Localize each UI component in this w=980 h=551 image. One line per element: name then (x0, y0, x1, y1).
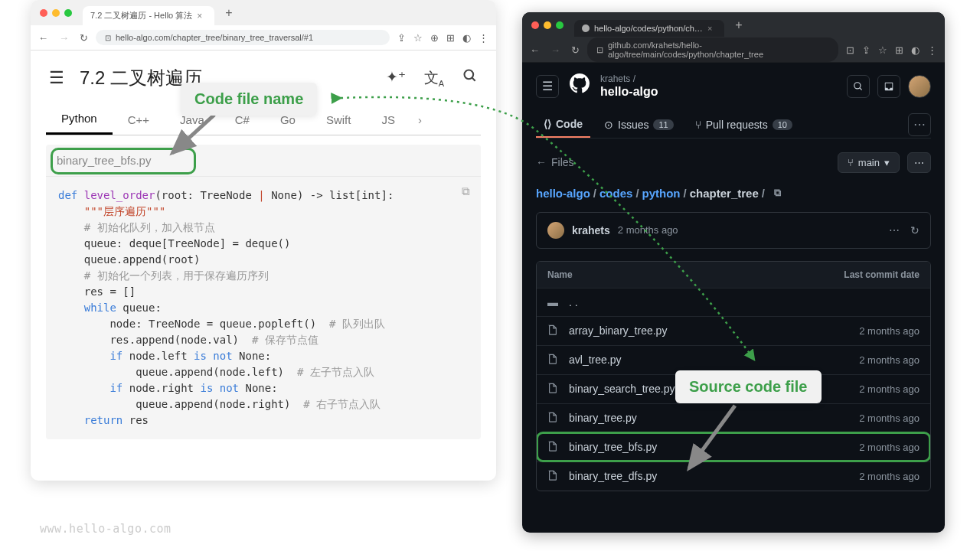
file-icon (547, 441, 560, 454)
breadcrumb-root[interactable]: hello-algo (536, 187, 590, 200)
breadcrumb-python[interactable]: python (642, 187, 681, 200)
close-tab-icon[interactable]: × (707, 24, 712, 33)
url-input[interactable]: ⊡ github.com/krahets/hello-algo/tree/mai… (587, 37, 838, 62)
url-input[interactable]: ⊡ hello-algo.com/chapter_tree/binary_tre… (96, 30, 390, 45)
history-icon[interactable]: ↻ (910, 224, 920, 236)
extensions-icon[interactable]: ⊞ (895, 44, 903, 56)
menu-icon[interactable]: ⋮ (479, 32, 488, 44)
close-tab-icon[interactable]: × (197, 11, 202, 21)
nav-issues[interactable]: ⊙Issues11 (596, 112, 681, 137)
back-icon[interactable]: ← (38, 32, 48, 44)
new-tab-icon[interactable]: + (735, 18, 742, 32)
reload-icon[interactable]: ↻ (571, 44, 580, 56)
file-name: binary_tree_bfs.py (569, 441, 859, 453)
avatar[interactable] (908, 75, 931, 98)
table-row[interactable]: array_binary_tree.py2 months ago (537, 316, 930, 345)
copy-path-icon[interactable]: ⧉ (774, 187, 781, 199)
minimize-icon[interactable] (52, 9, 60, 17)
repo-name: hello-algo (600, 84, 836, 99)
share-icon[interactable]: ⇪ (397, 32, 406, 44)
parent-dir-label: . . (569, 296, 920, 308)
traffic-lights (40, 9, 72, 17)
share-icon[interactable]: ⇪ (862, 44, 871, 56)
code-file-name: binary_tree_bfs.py (46, 145, 481, 177)
code-icon: ⟨⟩ (544, 118, 551, 130)
install-icon[interactable]: ⊕ (430, 32, 439, 44)
maximize-icon[interactable] (556, 21, 564, 29)
table-row[interactable]: binary_tree.py2 months ago (537, 403, 930, 432)
column-date: Last commit date (844, 269, 920, 280)
tab-title: hello-algo/codes/python/ch… (594, 24, 703, 33)
commit-message-icon[interactable]: ⋯ (889, 224, 900, 236)
extensions-icon[interactable]: ⊞ (446, 32, 455, 44)
title-bar: hello-algo/codes/python/ch… × + (522, 12, 945, 37)
code-panel: binary_tree_bfs.py ⧉ def level_order(roo… (46, 145, 481, 439)
repo-nav: ⟨⟩Code ⊙Issues11 ⑂Pull requests10 ⋯ (536, 112, 931, 139)
tabs-more-icon[interactable]: › (410, 106, 430, 134)
search-icon[interactable] (462, 68, 478, 88)
repo-title[interactable]: krahets / hello-algo (600, 73, 836, 99)
file-time: 2 months ago (859, 471, 920, 482)
tab-swift[interactable]: Swift (311, 106, 367, 134)
tab-python[interactable]: Python (46, 104, 113, 135)
tab-js[interactable]: JS (366, 106, 410, 134)
site-info-icon[interactable]: ⊡ (596, 45, 603, 55)
nav-more-icon[interactable]: ⋯ (908, 113, 931, 136)
table-row[interactable]: avl_tree.py2 months ago (537, 345, 930, 374)
file-time: 2 months ago (859, 383, 920, 395)
file-icon (547, 324, 560, 337)
forward-icon[interactable]: → (550, 44, 560, 56)
theme-toggle-icon[interactable]: ✦⁺ (386, 68, 406, 88)
column-name: Name (547, 269, 573, 280)
file-name: avl_tree.py (569, 354, 859, 366)
more-actions-button[interactable]: ⋯ (907, 152, 931, 173)
close-icon[interactable] (531, 21, 539, 29)
browser-tab[interactable]: 7.2 二叉树遍历 - Hello 算法 × (83, 6, 214, 25)
file-time: 2 months ago (859, 442, 920, 453)
file-icon (547, 354, 560, 367)
minimize-icon[interactable] (544, 21, 551, 29)
copy-icon[interactable]: ⧉ (462, 184, 470, 198)
hamburger-icon[interactable]: ☰ (536, 75, 559, 98)
language-icon[interactable]: 文A (424, 68, 444, 88)
file-name: binary_tree_dfs.py (569, 470, 859, 482)
svg-point-2 (854, 83, 861, 89)
menu-icon[interactable]: ⋮ (927, 44, 937, 56)
github-logo-icon[interactable] (570, 73, 590, 99)
bookmark-icon[interactable]: ☆ (413, 32, 423, 44)
back-icon[interactable]: ← (530, 44, 540, 56)
url-text: github.com/krahets/hello-algo/tree/main/… (608, 41, 829, 59)
file-icon (547, 412, 560, 425)
bookmark-icon[interactable]: ☆ (878, 44, 887, 56)
tab-title: 7.2 二叉树遍历 - Hello 算法 (90, 10, 192, 21)
breadcrumb-current: chapter_tree (690, 187, 759, 200)
issues-icon: ⊙ (604, 119, 613, 131)
file-name: array_binary_tree.py (569, 324, 859, 337)
file-icon (547, 470, 560, 483)
new-tab-icon[interactable]: + (225, 6, 232, 20)
profile-icon[interactable]: ◐ (462, 32, 471, 44)
url-text: hello-algo.com/chapter_tree/binary_tree_… (116, 33, 313, 42)
branch-selector[interactable]: ⑂main▾ (838, 152, 900, 173)
search-icon[interactable] (847, 75, 870, 98)
profile-icon[interactable]: ◐ (911, 44, 920, 56)
maximize-icon[interactable] (64, 9, 72, 17)
svg-line-3 (860, 88, 862, 90)
latest-commit[interactable]: krahets 2 months ago ⋯ ↻ (536, 212, 931, 249)
hamburger-icon[interactable]: ☰ (49, 68, 64, 88)
table-row[interactable]: binary_tree_bfs.py2 months ago (537, 432, 930, 461)
inbox-icon[interactable] (877, 75, 900, 98)
site-info-icon[interactable]: ⊡ (105, 34, 111, 42)
tab-cpp[interactable]: C++ (113, 106, 165, 134)
nav-code[interactable]: ⟨⟩Code (536, 112, 590, 138)
install-icon[interactable]: ⊡ (846, 44, 854, 56)
files-link[interactable]: ←Files (536, 156, 574, 168)
close-icon[interactable] (40, 9, 47, 17)
browser-tab[interactable]: hello-algo/codes/python/ch… × (574, 20, 724, 37)
parent-dir-row[interactable]: ▬ . . (537, 288, 930, 316)
nav-pulls[interactable]: ⑂Pull requests10 (688, 112, 800, 137)
reload-icon[interactable]: ↻ (80, 32, 88, 44)
forward-icon[interactable]: → (59, 32, 69, 44)
breadcrumb-codes[interactable]: codes (599, 187, 632, 200)
table-row[interactable]: binary_tree_dfs.py2 months ago (537, 461, 930, 491)
